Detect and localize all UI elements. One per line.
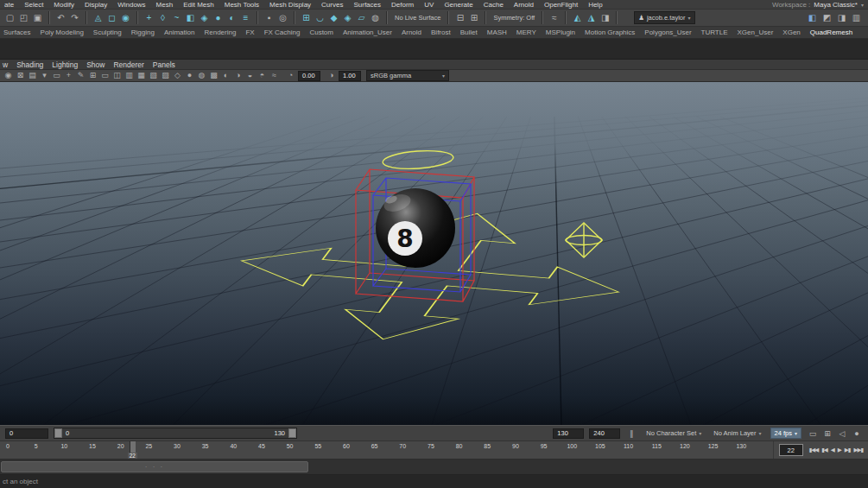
range-right-handle[interactable] bbox=[288, 428, 296, 438]
play-backwards-button[interactable]: ◀ bbox=[830, 447, 835, 453]
panel-menu-lighting[interactable]: Lighting bbox=[52, 60, 78, 69]
gamma-field[interactable]: 1.00 bbox=[339, 71, 361, 81]
grease-pencil-icon[interactable]: ✎ bbox=[75, 70, 86, 81]
new-scene-icon[interactable]: ▢ bbox=[3, 11, 16, 24]
menu-item-mesh-display[interactable]: Mesh Display bbox=[269, 1, 311, 9]
film-gate-icon[interactable]: ▭ bbox=[99, 70, 111, 81]
pan-zoom-icon[interactable]: + bbox=[63, 70, 74, 81]
panel-menu-show[interactable]: Show bbox=[86, 60, 105, 69]
time-slider[interactable]: 22 0510152025303540455055606570758085909… bbox=[0, 441, 868, 459]
playback-start-field[interactable]: 130 bbox=[553, 428, 584, 439]
make-live-icon[interactable]: ◍ bbox=[369, 11, 382, 24]
shelf-tab-polygons-user[interactable]: Polygons_User bbox=[644, 29, 691, 36]
exposure-field[interactable]: 0.00 bbox=[298, 71, 320, 81]
construction-history-icon[interactable]: ≈ bbox=[548, 11, 561, 24]
exposure-icon[interactable]: ◔ bbox=[285, 70, 296, 81]
output-connections-icon[interactable]: ⊞ bbox=[467, 11, 480, 24]
menu-item-display[interactable]: Display bbox=[85, 1, 107, 9]
snap-to-curve-icon[interactable]: ◡ bbox=[314, 11, 326, 24]
go-to-end-button[interactable]: ▶▶▮ bbox=[852, 447, 864, 453]
user-account-dropdown[interactable]: ♟ jacob.e.taylor ▾ bbox=[634, 11, 694, 24]
render-current-frame-icon[interactable]: ◭ bbox=[571, 11, 584, 24]
playblast-grid-icon[interactable]: ⊞ bbox=[821, 428, 833, 440]
shelf-tab-rendering[interactable]: Rendering bbox=[204, 29, 236, 36]
viewport-canvas[interactable]: 8 bbox=[0, 82, 868, 425]
field-chart-icon[interactable]: ▦ bbox=[136, 70, 147, 81]
shelf-content[interactable] bbox=[0, 39, 868, 60]
snap-to-grid-icon[interactable]: ⊞ bbox=[300, 11, 313, 24]
wireframe-on-shaded-icon[interactable]: ◍ bbox=[196, 70, 207, 81]
set-key-icon[interactable]: ∥ bbox=[625, 428, 637, 440]
highlight-selection-icon[interactable]: ◎ bbox=[276, 11, 289, 24]
locator-octahedron[interactable] bbox=[566, 223, 602, 257]
menu-item-ate[interactable]: ate bbox=[4, 1, 14, 9]
timeline-ruler[interactable]: 22 0510152025303540455055606570758085909… bbox=[3, 441, 774, 459]
render-settings-icon[interactable]: ◨ bbox=[599, 11, 611, 24]
hypershade-icon[interactable]: ◩ bbox=[820, 11, 833, 24]
menu-item-generate[interactable]: Generate bbox=[444, 1, 472, 9]
rendering-mask-icon[interactable]: ◐ bbox=[225, 11, 238, 24]
playback-range-slider[interactable]: 0 130 bbox=[54, 428, 297, 439]
snap-to-point-icon[interactable]: ◆ bbox=[327, 11, 340, 24]
anim-layer-dropdown[interactable]: No Anim Layer ▾ bbox=[710, 428, 764, 439]
viewport[interactable]: 8 bbox=[0, 82, 868, 425]
grid-toggle-icon[interactable]: ⊞ bbox=[87, 70, 98, 81]
shelf-tab-msplugin[interactable]: MSPlugin bbox=[546, 29, 575, 36]
play-forwards-button[interactable]: ▶ bbox=[837, 447, 842, 453]
gamma-icon[interactable]: ◑ bbox=[326, 70, 337, 81]
wireframe-icon[interactable]: ◇ bbox=[172, 70, 183, 81]
shelf-tab-animation[interactable]: Animation bbox=[164, 29, 195, 36]
panel-menu-shading[interactable]: Shading bbox=[16, 60, 43, 69]
modeling-toolkit-icon[interactable]: ◧ bbox=[806, 11, 819, 24]
channel-box-icon[interactable]: ▥ bbox=[850, 11, 863, 24]
panel-menu-w[interactable]: w bbox=[3, 60, 8, 69]
workspace-value[interactable]: Maya Classic* bbox=[814, 1, 858, 9]
lock-selection-icon[interactable]: ▪ bbox=[263, 11, 276, 24]
playback-end-field[interactable]: 240 bbox=[589, 428, 620, 439]
fps-dropdown[interactable]: 24 fps ▾ bbox=[770, 428, 801, 439]
safe-title-icon[interactable]: ▨ bbox=[160, 70, 171, 81]
shelf-tab-animation-user[interactable]: Animation_User bbox=[343, 29, 392, 36]
select-camera-icon[interactable]: ◉ bbox=[3, 70, 14, 81]
shelf-tab-sculpting[interactable]: Sculpting bbox=[93, 29, 122, 36]
menu-item-mesh-tools[interactable]: Mesh Tools bbox=[225, 1, 259, 9]
shelf-tab-turtle[interactable]: TURTLE bbox=[701, 29, 728, 36]
menu-item-curves[interactable]: Curves bbox=[321, 1, 343, 9]
curves-mask-icon[interactable]: ~ bbox=[170, 11, 183, 24]
gamma-control[interactable]: ◑ 1.00 bbox=[326, 70, 361, 81]
camera-attributes-icon[interactable]: ▤ bbox=[27, 70, 38, 81]
shelf-tab-bullet[interactable]: Bullet bbox=[460, 29, 478, 36]
audio-icon[interactable]: ◁ bbox=[836, 428, 848, 440]
shelf-tab-arnold[interactable]: Arnold bbox=[402, 29, 421, 36]
shelf-tab-poly-modeling[interactable]: Poly Modeling bbox=[41, 29, 84, 36]
menu-item-uv[interactable]: UV bbox=[424, 1, 434, 9]
select-by-object-icon[interactable]: ◻ bbox=[105, 11, 118, 24]
menu-item-cache[interactable]: Cache bbox=[484, 1, 504, 9]
go-to-start-button[interactable]: ▮◀◀ bbox=[808, 447, 820, 453]
character-set-dropdown[interactable]: No Character Set ▾ bbox=[643, 428, 705, 439]
open-scene-icon[interactable]: ◰ bbox=[17, 11, 30, 24]
shelf-tab-quadremesh[interactable]: QuadRemesh bbox=[810, 29, 852, 36]
range-left-handle[interactable] bbox=[54, 428, 62, 438]
shelf-tab-rigging[interactable]: Rigging bbox=[131, 29, 155, 36]
menu-item-openflight[interactable]: OpenFlight bbox=[544, 1, 578, 9]
joints-mask-icon[interactable]: ◊ bbox=[156, 11, 169, 24]
menu-item-windows[interactable]: Windows bbox=[117, 1, 145, 9]
shelf-tab-motion-graphics[interactable]: Motion Graphics bbox=[585, 29, 635, 36]
gate-mask-icon[interactable]: ▥ bbox=[124, 70, 135, 81]
shaded-icon[interactable]: ● bbox=[184, 70, 195, 81]
resolution-gate-icon[interactable]: ◫ bbox=[111, 70, 123, 81]
menu-item-mesh[interactable]: Mesh bbox=[156, 1, 174, 9]
save-scene-icon[interactable]: ▣ bbox=[31, 11, 44, 24]
shelf-tab-fx-caching[interactable]: FX Caching bbox=[264, 29, 301, 36]
use-all-lights-icon[interactable]: ◐ bbox=[220, 70, 231, 81]
workspace-switcher[interactable]: Workspace : Maya Classic* ▾ bbox=[772, 1, 864, 9]
handles-mask-icon[interactable]: + bbox=[143, 11, 155, 24]
shelf-tab-fx[interactable]: FX bbox=[245, 29, 254, 36]
input-connections-icon[interactable]: ⊟ bbox=[453, 11, 466, 24]
comment-icon[interactable]: ▭ bbox=[807, 428, 819, 440]
menu-item-select[interactable]: Select bbox=[24, 1, 43, 9]
step-back-frame-button[interactable]: ▮◀ bbox=[820, 447, 828, 453]
current-time-marker[interactable]: 22 bbox=[130, 441, 136, 453]
animation-start-field[interactable]: 0 bbox=[5, 428, 48, 439]
